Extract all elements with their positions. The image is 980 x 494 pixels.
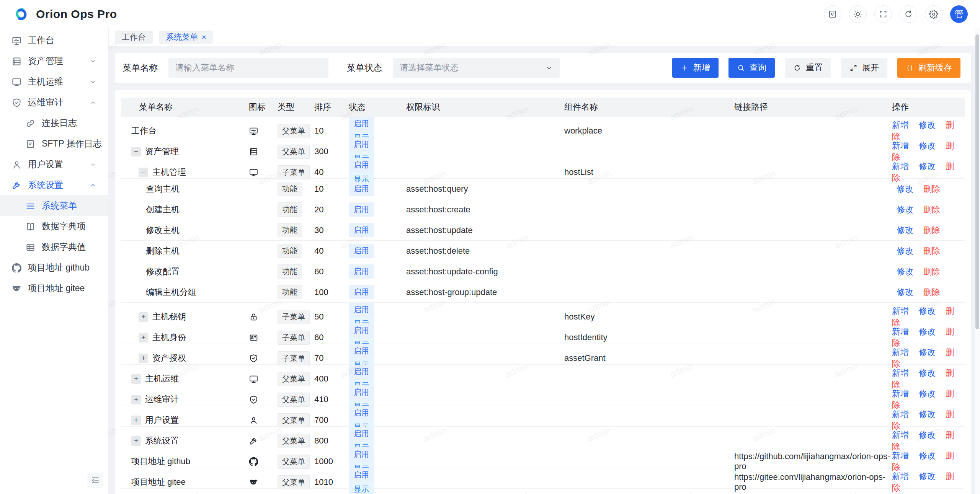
delete-link[interactable]: 删除 bbox=[923, 267, 940, 276]
sidebar-item-icon bbox=[11, 56, 22, 66]
edit-link[interactable]: 修改 bbox=[919, 471, 936, 481]
sidebar-item[interactable]: 项目地址 gitee bbox=[0, 278, 108, 298]
delete-link[interactable]: 删除 bbox=[923, 184, 940, 194]
delete-link[interactable]: 删除 bbox=[923, 287, 940, 297]
sidebar-item[interactable]: 工作台 bbox=[0, 30, 108, 51]
collapse-row-toggle[interactable]: − bbox=[139, 168, 148, 177]
tab-active[interactable]: 系统菜单× bbox=[159, 31, 213, 44]
sidebar-item[interactable]: 主机运维 bbox=[0, 71, 108, 92]
status-cell: 启用 bbox=[349, 244, 406, 258]
edit-link[interactable]: 修改 bbox=[919, 306, 936, 316]
edit-link[interactable]: 修改 bbox=[897, 267, 913, 276]
menu-name-input[interactable] bbox=[168, 58, 328, 78]
sidebar-item-icon bbox=[11, 180, 22, 190]
add-link[interactable]: 新增 bbox=[892, 389, 909, 398]
sidebar-item[interactable]: SFTP 操作日志 bbox=[0, 133, 108, 154]
add-link[interactable]: 新增 bbox=[892, 327, 909, 336]
edit-link[interactable]: 修改 bbox=[919, 451, 936, 460]
edit-link[interactable]: 修改 bbox=[919, 368, 936, 378]
menu-icon-cell bbox=[249, 436, 278, 446]
expand-row-toggle[interactable]: + bbox=[131, 374, 141, 384]
edit-link[interactable]: 修改 bbox=[919, 430, 936, 440]
refresh-cache-button[interactable]: 刷新缓存 bbox=[897, 58, 960, 78]
edit-link[interactable]: 修改 bbox=[897, 246, 913, 256]
sidebar-item[interactable]: 资产管理 bbox=[0, 51, 108, 71]
refresh-page-button[interactable] bbox=[900, 5, 917, 23]
add-link[interactable]: 新增 bbox=[892, 430, 909, 440]
add-link[interactable]: 新增 bbox=[892, 161, 909, 171]
fullscreen-button[interactable] bbox=[874, 5, 892, 23]
edit-link[interactable]: 修改 bbox=[919, 347, 936, 357]
add-link[interactable]: 新增 bbox=[892, 471, 909, 481]
edit-link[interactable]: 修改 bbox=[919, 141, 936, 150]
operations-cell: 修改删除 bbox=[892, 287, 965, 298]
add-link[interactable]: 新增 bbox=[892, 120, 909, 130]
expand-row-toggle[interactable]: + bbox=[139, 354, 148, 363]
menu-status-select[interactable]: 请选择菜单状态 bbox=[393, 58, 560, 78]
operations-cell: 新增修改删除 bbox=[892, 347, 965, 370]
table-row: +主机秘钥子菜单50启用显示hostKey新增修改删除 bbox=[121, 303, 965, 323]
menu-name: 编辑主机分组 bbox=[146, 287, 196, 298]
menu-type-cell: 父菜单 bbox=[278, 393, 314, 407]
delete-link[interactable]: 删除 bbox=[923, 225, 940, 235]
add-button[interactable]: 新增 bbox=[672, 58, 719, 78]
sidebar-item[interactable]: 项目地址 github bbox=[0, 257, 108, 278]
menu-icon-cell bbox=[249, 147, 278, 157]
scrollbar[interactable] bbox=[975, 28, 980, 494]
sidebar-item[interactable]: 系统设置 bbox=[0, 174, 108, 195]
add-link[interactable]: 新增 bbox=[892, 306, 909, 316]
sidebar-item[interactable]: 连接日志 bbox=[0, 112, 108, 133]
add-link[interactable]: 新增 bbox=[892, 409, 909, 419]
delete-link[interactable]: 删除 bbox=[923, 246, 940, 256]
edit-link[interactable]: 修改 bbox=[897, 205, 913, 214]
menu-icon-cell bbox=[249, 353, 278, 364]
add-link[interactable]: 新增 bbox=[892, 451, 909, 460]
delete-link[interactable]: 删除 bbox=[923, 205, 940, 214]
close-icon[interactable]: × bbox=[202, 33, 206, 41]
edit-link[interactable]: 修改 bbox=[897, 184, 913, 194]
sidebar-item[interactable]: 数据字典值 bbox=[0, 236, 108, 257]
edit-link[interactable]: 修改 bbox=[919, 389, 936, 398]
edit-link[interactable]: 修改 bbox=[919, 327, 936, 336]
api-button[interactable] bbox=[824, 5, 841, 23]
add-link[interactable]: 新增 bbox=[892, 347, 909, 357]
edit-link[interactable]: 修改 bbox=[897, 225, 913, 235]
status-cell: 启用 bbox=[349, 202, 406, 217]
expand-row-toggle[interactable]: + bbox=[139, 333, 148, 342]
expand-row-toggle[interactable]: + bbox=[131, 416, 141, 425]
sidebar-item[interactable]: 用户设置 bbox=[0, 154, 108, 174]
add-link[interactable]: 新增 bbox=[892, 368, 909, 378]
scrollbar-thumb[interactable] bbox=[975, 34, 979, 329]
collapse-row-toggle[interactable]: − bbox=[131, 147, 141, 157]
edit-link[interactable]: 修改 bbox=[919, 409, 936, 419]
header-actions: 管 bbox=[824, 5, 968, 23]
sidebar-item-label: 数据字典项 bbox=[42, 220, 86, 232]
edit-link[interactable]: 修改 bbox=[897, 287, 913, 297]
edit-link[interactable]: 修改 bbox=[919, 120, 936, 130]
theme-toggle-button[interactable] bbox=[849, 5, 867, 23]
add-link[interactable]: 新增 bbox=[892, 141, 909, 150]
expand-row-toggle[interactable]: + bbox=[131, 395, 141, 404]
settings-button[interactable] bbox=[925, 5, 942, 23]
query-button[interactable]: 查询 bbox=[728, 58, 775, 78]
sidebar-item[interactable]: 数据字典项 bbox=[0, 216, 108, 236]
sidebar-item[interactable]: 运维审计 bbox=[0, 92, 108, 112]
status-badge: 启用 bbox=[349, 264, 374, 279]
reset-button[interactable]: 重置 bbox=[785, 58, 831, 78]
sort-cell: 10 bbox=[314, 184, 349, 194]
menu-name: 资产授权 bbox=[152, 352, 186, 364]
link-icon bbox=[25, 118, 36, 129]
sidebar-item[interactable]: 系统菜单 bbox=[0, 195, 108, 216]
operations-cell: 新增修改删除 bbox=[892, 409, 965, 432]
expand-row-toggle[interactable]: + bbox=[131, 436, 141, 446]
collapse-sidebar-button[interactable] bbox=[87, 473, 103, 488]
type-tag: 功能 bbox=[278, 264, 302, 279]
edit-link[interactable]: 修改 bbox=[919, 161, 936, 171]
status-badge: 启用 bbox=[349, 323, 374, 337]
user-avatar[interactable]: 管 bbox=[950, 5, 968, 23]
expand-button[interactable]: 展开 bbox=[841, 58, 887, 78]
type-tag: 父菜单 bbox=[278, 393, 310, 407]
tab-item[interactable]: 工作台 bbox=[115, 31, 153, 44]
fullscreen-icon bbox=[879, 10, 888, 19]
expand-row-toggle[interactable]: + bbox=[139, 312, 148, 322]
